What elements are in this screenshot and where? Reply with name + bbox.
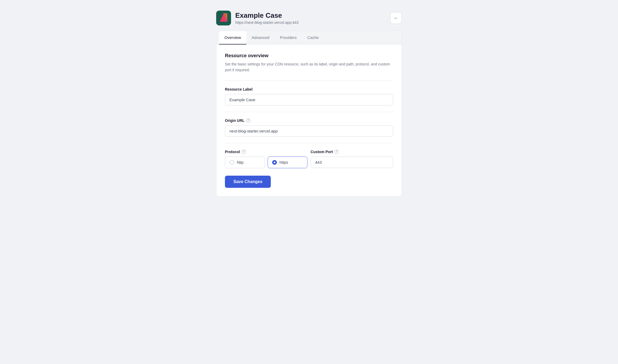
- app-url: https://next-blog-starter.vercel.app:443: [235, 20, 299, 25]
- protocol-https-option[interactable]: https: [268, 157, 308, 168]
- protocol-https-radio: [272, 160, 277, 165]
- app-header-left: Example Case https://next-blog-starter.v…: [216, 11, 299, 25]
- content-area: Resource overview Set the basic settings…: [216, 45, 402, 196]
- app-logo: [216, 11, 231, 25]
- tab-cache[interactable]: Cache: [302, 31, 324, 45]
- custom-port-label: Custom Port ?: [311, 150, 393, 154]
- tab-advanced[interactable]: Advanced: [246, 31, 275, 45]
- main-card: Overview Advanced Providers Cache Resour…: [216, 31, 402, 197]
- section-description: Set the basic settings for your CDN reso…: [225, 61, 393, 73]
- app-header: Example Case https://next-blog-starter.v…: [216, 11, 402, 25]
- origin-url-input[interactable]: [225, 125, 393, 137]
- save-changes-button[interactable]: Save Changes: [225, 176, 271, 188]
- tab-providers[interactable]: Providers: [275, 31, 302, 45]
- protocol-http-option[interactable]: http: [225, 157, 265, 168]
- protocol-http-radio: [229, 160, 234, 165]
- custom-port-input[interactable]: [311, 157, 393, 168]
- resource-label-label: Resource Label: [225, 87, 393, 91]
- custom-port-help-icon: ?: [334, 150, 339, 154]
- resource-label-input[interactable]: [225, 94, 393, 105]
- resource-label-group: Resource Label: [225, 87, 393, 105]
- back-arrow-icon: ←: [394, 15, 398, 21]
- divider-2: [225, 112, 393, 112]
- app-title-group: Example Case https://next-blog-starter.v…: [235, 11, 299, 24]
- page-container: Example Case https://next-blog-starter.v…: [216, 11, 402, 197]
- protocol-https-label: https: [280, 160, 288, 165]
- protocol-http-label: http: [237, 160, 243, 165]
- divider-3: [225, 143, 393, 143]
- app-title: Example Case: [235, 11, 299, 20]
- protocol-help-icon: ?: [242, 150, 246, 154]
- protocol-options: http https: [225, 157, 307, 168]
- tabs-bar: Overview Advanced Providers Cache: [216, 31, 402, 45]
- divider-1: [225, 81, 393, 81]
- protocol-group: Protocol ? http https: [225, 150, 307, 168]
- origin-url-group: Origin URL ?: [225, 118, 393, 137]
- origin-url-help-icon: ?: [246, 118, 250, 123]
- section-title: Resource overview: [225, 53, 393, 59]
- back-button[interactable]: ←: [390, 12, 402, 24]
- protocol-label: Protocol ?: [225, 150, 307, 154]
- tab-overview[interactable]: Overview: [219, 31, 246, 45]
- origin-url-label: Origin URL ?: [225, 118, 393, 123]
- custom-port-group: Custom Port ?: [311, 150, 393, 168]
- protocol-port-row: Protocol ? http https: [225, 150, 393, 168]
